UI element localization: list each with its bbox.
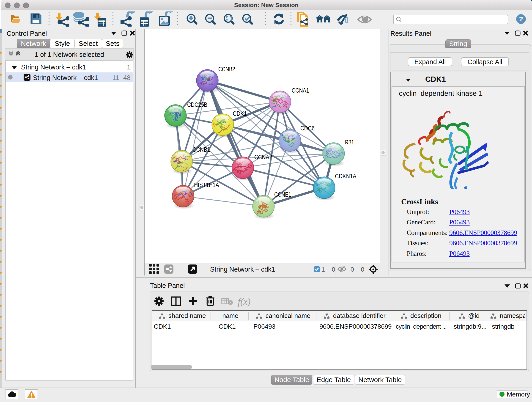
svg-text:CDC25B: CDC25B <box>187 101 207 108</box>
svg-text:CDKN1A: CDKN1A <box>335 173 356 180</box>
svg-text:CCNA2: CCNA2 <box>254 154 272 161</box>
svg-text:CDC6: CDC6 <box>300 125 315 132</box>
svg-text:HIST1H1A: HIST1H1A <box>194 182 219 188</box>
svg-text:CCNB1: CCNB1 <box>192 146 210 153</box>
svg-text:CCNE1: CCNE1 <box>274 191 291 198</box>
svg-text:CDK1: CDK1 <box>233 110 247 117</box>
svg-text:RB1: RB1 <box>345 139 354 146</box>
svg-text:CCNB2: CCNB2 <box>218 66 235 73</box>
svg-text:CCNA1: CCNA1 <box>292 87 309 94</box>
